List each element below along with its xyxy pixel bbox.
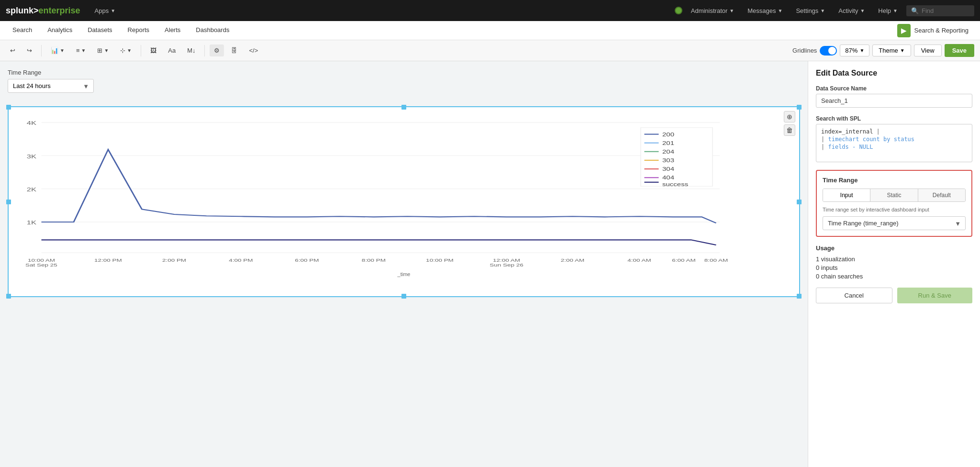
separator	[41, 45, 42, 56]
splunk-logo[interactable]: splunk>enterprise	[6, 6, 80, 16]
top-navigation: splunk>enterprise Apps ▼ Administrator ▼…	[0, 0, 980, 21]
tab-default[interactable]: Default	[918, 189, 965, 201]
nav-search[interactable]: Search	[6, 23, 39, 37]
run-save-button[interactable]: Run & Save	[897, 288, 973, 303]
nav-reports[interactable]: Reports	[121, 23, 156, 37]
svg-text:200: 200	[662, 132, 674, 137]
bottom-buttons: Cancel Run & Save	[816, 288, 972, 303]
scatter-button[interactable]: ⊹ ▼	[116, 44, 136, 56]
font-button[interactable]: Aa	[164, 44, 180, 56]
resize-handle-bm[interactable]	[401, 294, 406, 299]
chart-type-button[interactable]: 📊 ▼	[46, 44, 69, 56]
edit-data-source-panel: Edit Data Source Data Source Name Search…	[808, 61, 980, 467]
time-range-section-title: Time Range	[823, 177, 966, 184]
svg-text:6:00 AM: 6:00 AM	[672, 257, 696, 263]
chevron-down-icon: ▼	[111, 8, 115, 13]
chevron-down-icon: ▼	[860, 8, 865, 13]
find-box[interactable]: 🔍	[906, 5, 974, 16]
data-source-name-input[interactable]	[816, 94, 972, 108]
x-axis-label: _time	[16, 271, 791, 277]
time-range-dropdown[interactable]: Last 24 hours	[8, 79, 94, 93]
svg-text:2021: 2021	[34, 267, 48, 268]
view-button[interactable]: View	[914, 44, 942, 56]
cancel-button[interactable]: Cancel	[816, 288, 892, 303]
chevron-down-icon: ▼	[820, 8, 825, 13]
resize-handle-tm[interactable]	[401, 105, 406, 110]
svg-text:6:00 PM: 6:00 PM	[295, 257, 319, 263]
svg-text:2:00 PM: 2:00 PM	[162, 257, 186, 263]
svg-text:1K: 1K	[27, 220, 37, 226]
grid-button[interactable]: ⊞ ▼	[93, 44, 113, 56]
redo-button[interactable]: ↪	[22, 44, 36, 56]
resize-handle-ml[interactable]	[6, 200, 11, 204]
svg-text:204: 204	[662, 149, 674, 155]
spl-line-3: | fields - NULL	[821, 144, 967, 150]
help-menu[interactable]: Help ▼	[873, 5, 902, 16]
usage-visualizations: 1 visualization	[816, 256, 972, 263]
svg-text:Sun Sep 26: Sun Sep 26	[490, 262, 523, 267]
svg-text:3K: 3K	[27, 153, 37, 159]
usage-inputs: 0 inputs	[816, 264, 972, 271]
resize-handle-tl[interactable]	[6, 105, 11, 110]
messages-menu[interactable]: Messages ▼	[743, 5, 787, 16]
apps-menu[interactable]: Apps ▼	[90, 5, 121, 16]
time-range-input-select-wrapper: Time Range (time_range) ▼	[823, 216, 966, 230]
svg-text:2K: 2K	[27, 186, 37, 192]
svg-text:8:00 PM: 8:00 PM	[362, 257, 386, 263]
resize-handle-tr[interactable]	[797, 105, 802, 110]
svg-text:4:00 AM: 4:00 AM	[627, 257, 651, 263]
tab-input[interactable]: Input	[823, 189, 870, 201]
code-button[interactable]: </>	[245, 44, 262, 56]
tab-static[interactable]: Static	[870, 189, 918, 201]
svg-text:4K: 4K	[27, 120, 37, 126]
separator	[204, 45, 205, 56]
svg-text:12:00 PM: 12:00 PM	[94, 257, 122, 263]
nav-datasets[interactable]: Datasets	[81, 23, 119, 37]
svg-text:201: 201	[662, 140, 674, 146]
administrator-menu[interactable]: Administrator ▼	[686, 5, 739, 16]
theme-button[interactable]: Theme ▼	[872, 44, 911, 56]
save-button[interactable]: Save	[945, 44, 974, 57]
time-range-tabs: Input Static Default	[823, 189, 966, 202]
settings-menu[interactable]: Settings ▼	[791, 5, 830, 16]
svg-text:success: success	[662, 181, 689, 187]
spl-label: Search with SPL	[816, 115, 972, 122]
visualization-container[interactable]: ⊕ 🗑 4K 3K 2K 1K 10:00 AM	[8, 106, 800, 297]
nav-analytics[interactable]: Analytics	[41, 23, 79, 37]
time-range-label: Time Range	[8, 69, 800, 76]
image-button[interactable]: 🖼	[146, 44, 161, 56]
markdown-button[interactable]: M↓	[183, 44, 200, 56]
spl-editor[interactable]: index=_internal | | timechart count by s…	[816, 124, 972, 162]
spl-line-2: | timechart count by status	[821, 136, 967, 143]
search-reporting-button[interactable]: ▶ Search & Reporting	[891, 22, 974, 39]
canvas-panel: Time Range Last 24 hours ▼ ⊕ 🗑	[0, 61, 808, 467]
svg-text:304: 304	[662, 166, 674, 172]
settings-button[interactable]: ⚙	[210, 44, 224, 56]
chevron-down-icon: ▼	[900, 48, 905, 53]
svg-text:8:00 AM: 8:00 AM	[704, 257, 728, 263]
status-indicator	[675, 7, 682, 14]
svg-text:2:00 AM: 2:00 AM	[561, 257, 585, 263]
activity-menu[interactable]: Activity ▼	[834, 5, 869, 16]
secondary-navigation: Search Analytics Datasets Reports Alerts…	[0, 21, 980, 40]
gridlines-toggle[interactable]	[820, 46, 837, 56]
zoom-button[interactable]: 87% ▼	[840, 44, 869, 56]
svg-text:4:00 PM: 4:00 PM	[229, 257, 253, 263]
nav-dashboards[interactable]: Dashboards	[189, 23, 236, 37]
panel-title: Edit Data Source	[816, 69, 972, 78]
find-input[interactable]	[922, 7, 969, 14]
editor-toolbar: ↩ ↪ 📊 ▼ ≡ ▼ ⊞ ▼ ⊹ ▼ 🖼 Aa M↓ ⚙ 🗄 </> Grid…	[0, 40, 980, 61]
database-button[interactable]: 🗄	[227, 44, 242, 56]
gridlines-label: Gridlines	[792, 47, 817, 54]
filter-button[interactable]: ≡ ▼	[72, 44, 90, 56]
spl-line-1: index=_internal |	[821, 128, 967, 135]
chevron-down-icon: ▼	[729, 8, 734, 13]
svg-text:404: 404	[662, 175, 674, 181]
spl-section: Search with SPL index=_internal | | time…	[816, 115, 972, 162]
resize-handle-br[interactable]	[797, 294, 802, 299]
time-range-input-select[interactable]: Time Range (time_range)	[823, 216, 966, 230]
resize-handle-mr[interactable]	[797, 200, 802, 204]
undo-button[interactable]: ↩	[6, 44, 20, 56]
nav-alerts[interactable]: Alerts	[158, 23, 187, 37]
resize-handle-bl[interactable]	[6, 294, 11, 299]
